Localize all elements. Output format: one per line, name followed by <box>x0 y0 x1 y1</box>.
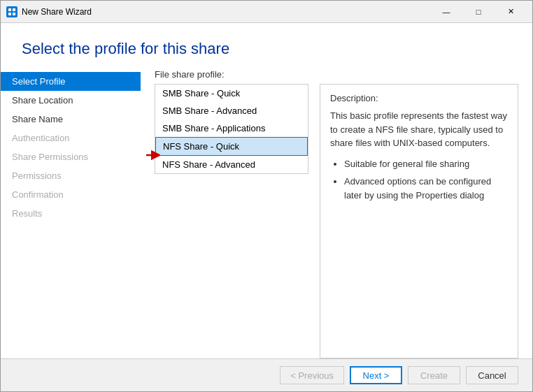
close-button[interactable]: ✕ <box>495 1 527 23</box>
window-controls: — □ ✕ <box>430 1 527 23</box>
profile-section-label: File share profile: <box>155 69 518 80</box>
profile-nfs-advanced[interactable]: NFS Share - Advanced <box>155 156 308 173</box>
sidebar-item-share-name[interactable]: Share Name <box>1 110 141 129</box>
wizard-window: New Share Wizard — □ ✕ Select the profil… <box>0 0 533 392</box>
wizard-content: Select the profile for this share Select… <box>1 23 532 391</box>
wizard-footer: < Previous Next > Create Cancel <box>1 358 532 391</box>
profile-smb-applications[interactable]: SMB Share - Applications <box>155 119 308 137</box>
svg-rect-3 <box>13 13 15 15</box>
sidebar-item-share-permissions: Share Permissions <box>1 147 141 166</box>
sidebar-item-share-location[interactable]: Share Location <box>1 91 141 110</box>
maximize-button[interactable]: □ <box>462 1 495 23</box>
profile-smb-quick[interactable]: SMB Share - Quick <box>155 85 308 102</box>
previous-button[interactable]: < Previous <box>280 366 344 384</box>
profile-list: SMB Share - Quick SMB Share - Advanced S… <box>155 84 308 174</box>
bullet-1: Suitable for general file sharing <box>344 157 508 171</box>
sidebar: Select Profile Share Location Share Name… <box>1 69 141 358</box>
svg-rect-1 <box>13 8 15 11</box>
bullet-2: Advanced options can be configured later… <box>344 175 508 202</box>
sidebar-item-permissions: Permissions <box>1 166 141 185</box>
title-bar: New Share Wizard — □ ✕ <box>1 1 532 23</box>
description-bullets: Suitable for general file sharing Advanc… <box>330 157 508 203</box>
next-button[interactable]: Next > <box>350 366 402 384</box>
description-body: This basic profile represents the fastes… <box>330 109 508 150</box>
profile-nfs-quick[interactable]: NFS Share - Quick <box>155 137 308 156</box>
svg-rect-0 <box>8 8 11 11</box>
page-title: Select the profile for this share <box>1 23 532 69</box>
create-button[interactable]: Create <box>408 366 460 384</box>
selection-arrow <box>145 149 160 164</box>
profile-content: SMB Share - Quick SMB Share - Advanced S… <box>155 84 518 358</box>
app-icon <box>6 6 17 17</box>
cancel-button[interactable]: Cancel <box>466 366 518 384</box>
right-panel: File share profile: <box>141 69 532 358</box>
sidebar-item-results: Results <box>1 204 141 223</box>
description-box: Description: This basic profile represen… <box>320 84 518 358</box>
profile-smb-advanced[interactable]: SMB Share - Advanced <box>155 102 308 119</box>
minimize-button[interactable]: — <box>430 1 462 23</box>
main-area: Select Profile Share Location Share Name… <box>1 69 532 358</box>
sidebar-item-confirmation: Confirmation <box>1 185 141 204</box>
description-title: Description: <box>330 93 508 103</box>
svg-rect-2 <box>8 13 11 15</box>
sidebar-item-select-profile[interactable]: Select Profile <box>1 72 141 91</box>
window-title: New Share Wizard <box>22 7 430 17</box>
sidebar-item-authentication: Authentication <box>1 129 141 147</box>
